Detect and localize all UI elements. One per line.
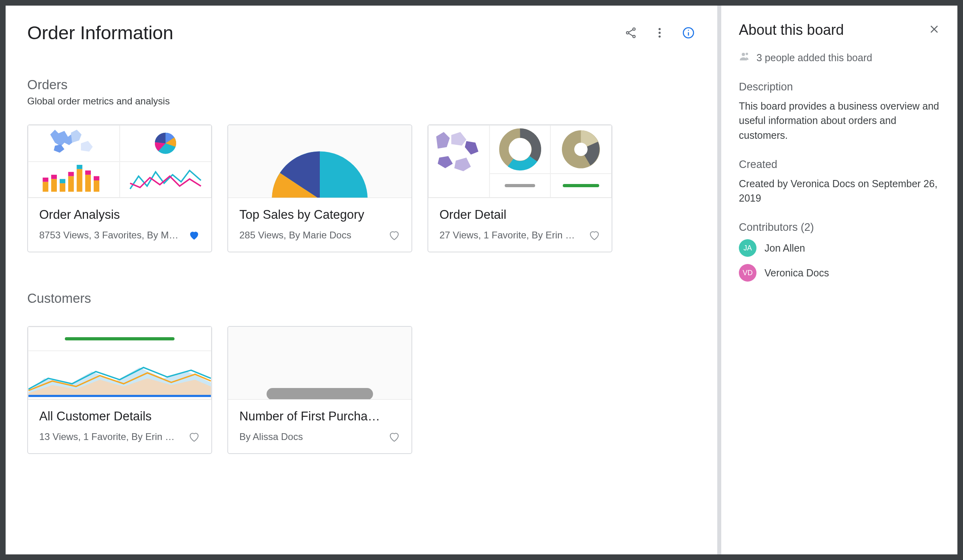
card-order-detail[interactable]: Order Detail 27 Views, 1 Favorite, By Er…: [427, 124, 612, 252]
svg-rect-21: [77, 165, 82, 169]
card-meta: 13 Views, 1 Favorite, By Erin …: [39, 431, 184, 442]
card-order-analysis[interactable]: Order Analysis 8753 Views, 3 Favorites, …: [27, 124, 212, 252]
card-title: Order Analysis: [39, 208, 200, 222]
svg-point-35: [742, 53, 745, 56]
favorite-icon[interactable]: [388, 229, 400, 241]
card-first-purchase[interactable]: Number of First Purcha… By Alissa Docs: [227, 326, 412, 454]
card-meta: 27 Views, 1 Favorite, By Erin …: [439, 230, 584, 241]
page-title: Order Information: [27, 22, 173, 44]
section-subtitle-orders: Global order metrics and analysis: [27, 96, 696, 107]
favorite-icon[interactable]: [388, 431, 400, 443]
people-line: 3 people added this board: [756, 52, 872, 64]
svg-rect-13: [43, 177, 48, 182]
panel-divider[interactable]: [717, 6, 721, 554]
favorite-icon[interactable]: [188, 431, 200, 443]
card-title: All Customer Details: [39, 409, 200, 424]
people-icon: [739, 50, 751, 65]
contributor-row: VD Veronica Docs: [739, 264, 940, 282]
share-icon[interactable]: [624, 26, 638, 40]
svg-point-36: [746, 53, 748, 55]
info-icon[interactable]: [681, 26, 696, 40]
svg-point-5: [658, 28, 660, 30]
svg-rect-15: [51, 174, 57, 179]
svg-rect-17: [60, 179, 65, 183]
svg-point-2: [633, 35, 635, 38]
favorite-icon[interactable]: [588, 229, 600, 241]
svg-rect-23: [85, 170, 91, 175]
svg-rect-25: [94, 176, 99, 180]
svg-rect-18: [68, 176, 74, 192]
card-top-sales[interactable]: Top Sales by Category 285 Views, By Mari…: [227, 124, 412, 252]
card-preview: [28, 125, 211, 198]
svg-point-29: [574, 143, 588, 156]
header-actions: [624, 26, 696, 40]
description-label: Description: [739, 81, 940, 93]
avatar: JA: [739, 239, 756, 257]
svg-line-4: [629, 33, 633, 36]
avatar: VD: [739, 264, 756, 282]
svg-rect-19: [68, 172, 74, 176]
contributors-label: Contributors (2): [739, 221, 940, 234]
svg-rect-12: [43, 182, 48, 192]
card-preview: [28, 327, 211, 400]
card-title: Number of First Purcha…: [239, 409, 400, 424]
contributor-name: Jon Allen: [764, 242, 805, 254]
svg-rect-22: [85, 174, 91, 191]
svg-point-1: [626, 32, 629, 34]
svg-rect-20: [77, 169, 82, 192]
created-label: Created: [739, 158, 940, 171]
about-panel: About this board 3 people added this boa…: [721, 6, 957, 554]
section-title-customers: Customers: [27, 291, 696, 306]
card-preview: [228, 327, 411, 400]
card-preview: [428, 125, 612, 198]
section-title-orders: Orders: [27, 77, 696, 92]
card-title: Top Sales by Category: [239, 208, 400, 222]
close-icon[interactable]: [929, 24, 940, 36]
svg-line-3: [629, 30, 633, 32]
svg-point-6: [658, 32, 660, 34]
created-text: Created by Veronica Docs on September 26…: [739, 176, 940, 206]
card-meta: 285 Views, By Marie Docs: [239, 230, 384, 241]
svg-rect-16: [60, 183, 65, 192]
svg-point-0: [633, 28, 635, 30]
card-meta: 8753 Views, 3 Favorites, By M…: [39, 230, 184, 241]
card-preview: [228, 125, 411, 198]
svg-point-7: [658, 35, 660, 37]
favorite-icon[interactable]: [188, 229, 200, 241]
description-text: This board provides a business overview …: [739, 99, 940, 142]
more-icon[interactable]: [652, 26, 667, 40]
svg-point-10: [688, 30, 689, 31]
card-meta: By Alissa Docs: [239, 431, 384, 442]
card-all-customer[interactable]: All Customer Details 13 Views, 1 Favorit…: [27, 326, 212, 454]
page-header: Order Information: [27, 22, 696, 44]
contributor-name: Veronica Docs: [764, 267, 829, 279]
svg-rect-14: [51, 179, 57, 192]
about-title: About this board: [739, 22, 844, 38]
card-title: Order Detail: [439, 208, 600, 222]
svg-rect-24: [94, 180, 99, 192]
contributor-row: JA Jon Allen: [739, 239, 940, 257]
